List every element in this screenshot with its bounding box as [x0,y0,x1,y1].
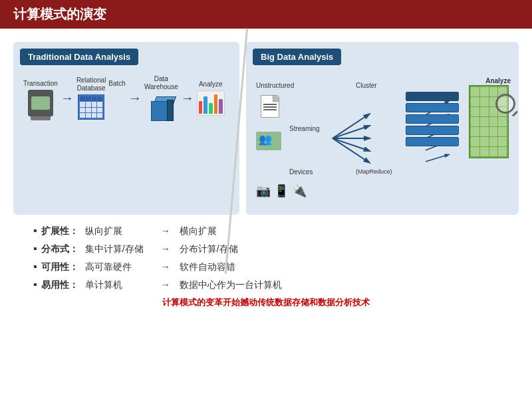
document-icon [261,95,279,118]
main-content: Traditional Data Analysis Transaction → … [0,29,532,315]
svg-line-10 [426,155,448,162]
chart-icon [197,90,225,116]
bullet-from-2: 集中计算/存储 [85,243,152,255]
bullet-item-4: ▪ 易用性： 单计算机 → 数据中心作为一台计算机 [33,279,499,291]
streaming-label: Streaming [289,125,320,132]
layer-5 [406,137,459,146]
bullet-arrow-2: → [161,243,170,254]
magnifier-shape [495,94,515,114]
doc-shape [261,95,279,118]
bullet-item-3: ▪ 可用性： 高可靠硬件 → 软件自动容错 [33,261,499,273]
footer-note: 计算模式的变革开始撼动传统数据存储和数据分析技术 [13,297,519,309]
big-data-panel-title: Big Data Analysis [253,49,341,65]
bullet-to-4: 数据中心作为一台计算机 [180,279,282,291]
traditional-panel: Traditional Data Analysis Transaction → … [13,42,239,215]
big-data-panel: Big Data Analysis [246,42,519,215]
cluster-label: Cluster [356,82,377,89]
bullet-from-1: 纵向扩展 [85,225,152,237]
bullet-marker-1: ▪ [33,225,37,237]
traditional-diagram: Transaction → RelationalDatabase [20,75,233,121]
devices-label: Devices [289,168,313,176]
cube-icon [148,93,174,121]
arrow-3: → [181,90,194,106]
bullet-from-3: 高可靠硬件 [85,261,152,273]
layer-3 [406,114,459,124]
unstructured-label: Unstructured [256,82,294,89]
svg-line-1 [332,115,368,138]
batch-node: Batch [108,80,126,116]
arrow-1: → [61,90,74,106]
transaction-node: Transaction [23,80,58,116]
bullet-marker-2: ▪ [33,243,37,255]
traditional-panel-title: Traditional Data Analysis [20,49,138,65]
page-title: 计算模式的演变 [13,5,106,23]
bullet-to-1: 横向扩展 [180,225,217,237]
bullet-label-1: 扩展性： [41,225,81,237]
arrow-2: → [128,90,142,106]
layer-2 [406,103,459,112]
data-warehouse-node: DataWarehouse [144,75,178,121]
analyze-node: Analyze [197,80,225,116]
mapreduce-label: (MapReduce) [356,168,392,175]
photo-icon [256,132,281,150]
layer-1 [406,92,459,101]
panels-container: Traditional Data Analysis Transaction → … [13,42,519,215]
relational-db-node: RelationalDatabase [76,76,106,120]
bullet-marker-3: ▪ [33,261,37,273]
bullet-item-2: ▪ 分布式： 集中计算/存储 → 分布计算/存储 [33,243,499,255]
bullet-item-1: ▪ 扩展性： 纵向扩展 → 横向扩展 [33,225,499,237]
header-bar: 计算模式的演变 [0,0,532,29]
photo-shape [256,132,281,150]
doc-lines [261,96,279,114]
device-icons: 📷 📱 🔌 [256,184,307,198]
bullets-section: ▪ 扩展性： 纵向扩展 → 横向扩展 ▪ 分布式： 集中计算/存储 → 分布计算… [13,225,519,291]
svg-line-2 [332,126,368,138]
transaction-label: Transaction [23,80,58,88]
analyze-label-big: Analyze [485,77,511,84]
camera-icon: 📷 [256,184,271,198]
grid-icon [78,94,104,120]
bullet-arrow-4: → [161,279,170,290]
svg-line-4 [332,138,368,150]
bullet-arrow-1: → [161,225,170,236]
data-warehouse-label: DataWarehouse [144,75,178,91]
bullet-label-3: 可用性： [41,261,81,273]
relational-db-label: RelationalDatabase [76,76,106,92]
bullet-label-4: 易用性： [41,279,81,291]
layer-4 [406,126,459,135]
cluster-stack [406,92,459,146]
phone-icon: 📱 [274,184,289,198]
batch-label: Batch [108,80,126,88]
bullet-arrow-3: → [161,261,170,272]
sensor-icon: 🔌 [292,184,307,198]
bullet-label-2: 分布式： [41,243,81,255]
big-data-diagram: Unstructured Cluster Analyze Organize [253,72,512,205]
svg-line-5 [332,138,368,162]
bullet-from-4: 单计算机 [85,279,152,291]
bullet-marker-4: ▪ [33,279,37,291]
analyze-label: Analyze [199,80,223,88]
